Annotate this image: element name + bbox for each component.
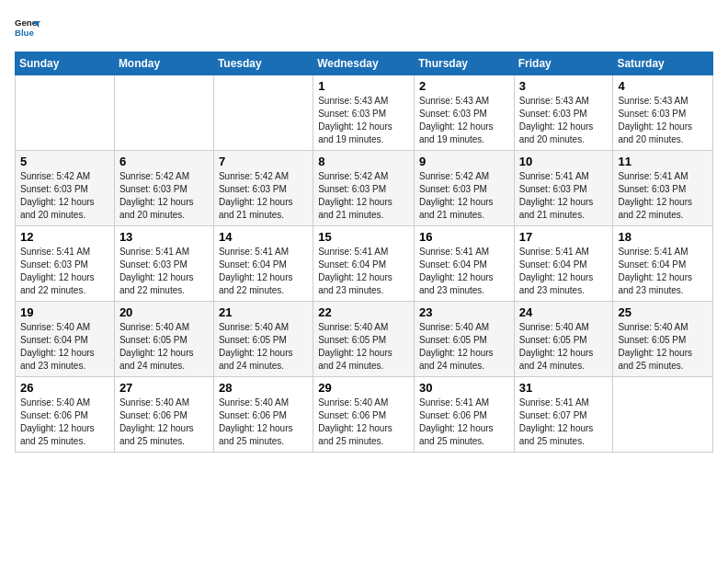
calendar-cell: 11Sunrise: 5:41 AM Sunset: 6:03 PM Dayli… <box>613 151 713 226</box>
calendar-cell: 26Sunrise: 5:40 AM Sunset: 6:06 PM Dayli… <box>16 377 115 453</box>
day-info: Sunrise: 5:40 AM Sunset: 6:05 PM Dayligh… <box>519 321 609 373</box>
calendar-cell: 16Sunrise: 5:41 AM Sunset: 6:04 PM Dayli… <box>414 226 514 302</box>
day-info: Sunrise: 5:42 AM Sunset: 6:03 PM Dayligh… <box>119 170 209 222</box>
weekday-header: Friday <box>514 52 613 75</box>
day-number: 24 <box>519 305 609 319</box>
logo-icon: General Blue <box>15 15 40 40</box>
day-number: 5 <box>20 155 109 168</box>
page-header: General Blue <box>15 15 713 40</box>
day-number: 26 <box>20 381 109 395</box>
calendar-cell: 10Sunrise: 5:41 AM Sunset: 6:03 PM Dayli… <box>514 151 613 226</box>
day-number: 2 <box>419 79 509 93</box>
calendar-cell <box>213 75 313 151</box>
day-info: Sunrise: 5:40 AM Sunset: 6:05 PM Dayligh… <box>618 321 708 373</box>
day-number: 21 <box>219 305 308 319</box>
calendar-cell: 15Sunrise: 5:41 AM Sunset: 6:04 PM Dayli… <box>313 226 415 302</box>
calendar-cell: 28Sunrise: 5:40 AM Sunset: 6:06 PM Dayli… <box>213 377 313 453</box>
day-number: 29 <box>318 381 409 395</box>
weekday-header: Wednesday <box>313 52 415 75</box>
day-info: Sunrise: 5:41 AM Sunset: 6:04 PM Dayligh… <box>519 246 609 297</box>
weekday-header: Sunday <box>16 52 115 75</box>
calendar-cell: 23Sunrise: 5:40 AM Sunset: 6:05 PM Dayli… <box>414 302 514 377</box>
day-number: 12 <box>20 230 109 244</box>
day-number: 19 <box>20 305 109 319</box>
calendar-cell: 14Sunrise: 5:41 AM Sunset: 6:04 PM Dayli… <box>213 226 313 302</box>
day-info: Sunrise: 5:41 AM Sunset: 6:03 PM Dayligh… <box>119 246 209 297</box>
calendar-cell: 1Sunrise: 5:43 AM Sunset: 6:03 PM Daylig… <box>313 75 415 151</box>
weekday-header: Tuesday <box>213 52 313 75</box>
day-info: Sunrise: 5:40 AM Sunset: 6:05 PM Dayligh… <box>318 321 409 373</box>
day-info: Sunrise: 5:40 AM Sunset: 6:05 PM Dayligh… <box>219 321 308 373</box>
day-info: Sunrise: 5:40 AM Sunset: 6:05 PM Dayligh… <box>119 321 209 373</box>
day-info: Sunrise: 5:41 AM Sunset: 6:07 PM Dayligh… <box>519 396 609 448</box>
calendar-cell: 22Sunrise: 5:40 AM Sunset: 6:05 PM Dayli… <box>313 302 415 377</box>
calendar-cell: 13Sunrise: 5:41 AM Sunset: 6:03 PM Dayli… <box>114 226 213 302</box>
calendar-cell: 27Sunrise: 5:40 AM Sunset: 6:06 PM Dayli… <box>114 377 213 453</box>
day-number: 17 <box>519 230 609 244</box>
calendar-cell: 18Sunrise: 5:41 AM Sunset: 6:04 PM Dayli… <box>613 226 713 302</box>
day-info: Sunrise: 5:41 AM Sunset: 6:03 PM Dayligh… <box>618 170 708 222</box>
day-info: Sunrise: 5:43 AM Sunset: 6:03 PM Dayligh… <box>419 95 509 146</box>
day-number: 3 <box>519 79 609 93</box>
day-number: 4 <box>618 79 708 93</box>
day-number: 15 <box>318 230 409 244</box>
day-info: Sunrise: 5:40 AM Sunset: 6:06 PM Dayligh… <box>318 396 409 448</box>
day-info: Sunrise: 5:42 AM Sunset: 6:03 PM Dayligh… <box>219 170 308 222</box>
calendar-cell: 2Sunrise: 5:43 AM Sunset: 6:03 PM Daylig… <box>414 75 514 151</box>
calendar-cell: 25Sunrise: 5:40 AM Sunset: 6:05 PM Dayli… <box>613 302 713 377</box>
day-info: Sunrise: 5:40 AM Sunset: 6:06 PM Dayligh… <box>20 396 109 448</box>
calendar-cell: 20Sunrise: 5:40 AM Sunset: 6:05 PM Dayli… <box>114 302 213 377</box>
day-number: 16 <box>419 230 509 244</box>
day-info: Sunrise: 5:40 AM Sunset: 6:06 PM Dayligh… <box>119 396 209 448</box>
day-number: 30 <box>419 381 509 395</box>
calendar-cell: 8Sunrise: 5:42 AM Sunset: 6:03 PM Daylig… <box>313 151 415 226</box>
calendar-cell: 3Sunrise: 5:43 AM Sunset: 6:03 PM Daylig… <box>514 75 613 151</box>
day-number: 31 <box>519 381 609 395</box>
calendar-table: SundayMondayTuesdayWednesdayThursdayFrid… <box>15 52 713 453</box>
calendar-cell: 9Sunrise: 5:42 AM Sunset: 6:03 PM Daylig… <box>414 151 514 226</box>
logo: General Blue <box>15 15 44 40</box>
calendar-cell: 7Sunrise: 5:42 AM Sunset: 6:03 PM Daylig… <box>213 151 313 226</box>
day-info: Sunrise: 5:41 AM Sunset: 6:04 PM Dayligh… <box>219 246 308 297</box>
calendar-cell <box>114 75 213 151</box>
calendar-cell: 30Sunrise: 5:41 AM Sunset: 6:06 PM Dayli… <box>414 377 514 453</box>
day-info: Sunrise: 5:41 AM Sunset: 6:04 PM Dayligh… <box>618 246 708 297</box>
day-number: 14 <box>219 230 308 244</box>
day-info: Sunrise: 5:43 AM Sunset: 6:03 PM Dayligh… <box>618 95 708 146</box>
calendar-cell: 5Sunrise: 5:42 AM Sunset: 6:03 PM Daylig… <box>16 151 115 226</box>
day-info: Sunrise: 5:42 AM Sunset: 6:03 PM Dayligh… <box>20 170 109 222</box>
calendar-cell: 17Sunrise: 5:41 AM Sunset: 6:04 PM Dayli… <box>514 226 613 302</box>
calendar-cell: 12Sunrise: 5:41 AM Sunset: 6:03 PM Dayli… <box>16 226 115 302</box>
calendar-header-row: SundayMondayTuesdayWednesdayThursdayFrid… <box>16 52 713 75</box>
day-info: Sunrise: 5:42 AM Sunset: 6:03 PM Dayligh… <box>318 170 409 222</box>
calendar-cell <box>613 377 713 453</box>
day-info: Sunrise: 5:40 AM Sunset: 6:06 PM Dayligh… <box>219 396 308 448</box>
weekday-header: Saturday <box>613 52 713 75</box>
day-number: 18 <box>618 230 708 244</box>
day-number: 27 <box>119 381 209 395</box>
day-number: 6 <box>119 155 209 168</box>
day-number: 7 <box>219 155 308 168</box>
day-number: 20 <box>119 305 209 319</box>
day-number: 11 <box>618 155 708 168</box>
calendar-cell: 6Sunrise: 5:42 AM Sunset: 6:03 PM Daylig… <box>114 151 213 226</box>
calendar-week-row: 19Sunrise: 5:40 AM Sunset: 6:04 PM Dayli… <box>16 302 713 377</box>
calendar-week-row: 12Sunrise: 5:41 AM Sunset: 6:03 PM Dayli… <box>16 226 713 302</box>
day-info: Sunrise: 5:40 AM Sunset: 6:05 PM Dayligh… <box>419 321 509 373</box>
weekday-header: Thursday <box>414 52 514 75</box>
day-info: Sunrise: 5:42 AM Sunset: 6:03 PM Dayligh… <box>419 170 509 222</box>
day-info: Sunrise: 5:43 AM Sunset: 6:03 PM Dayligh… <box>519 95 609 146</box>
weekday-header: Monday <box>114 52 213 75</box>
calendar-cell <box>16 75 115 151</box>
day-info: Sunrise: 5:40 AM Sunset: 6:04 PM Dayligh… <box>20 321 109 373</box>
day-info: Sunrise: 5:41 AM Sunset: 6:04 PM Dayligh… <box>419 246 509 297</box>
calendar-cell: 4Sunrise: 5:43 AM Sunset: 6:03 PM Daylig… <box>613 75 713 151</box>
calendar-cell: 29Sunrise: 5:40 AM Sunset: 6:06 PM Dayli… <box>313 377 415 453</box>
day-info: Sunrise: 5:41 AM Sunset: 6:03 PM Dayligh… <box>519 170 609 222</box>
day-info: Sunrise: 5:41 AM Sunset: 6:04 PM Dayligh… <box>318 246 409 297</box>
day-info: Sunrise: 5:43 AM Sunset: 6:03 PM Dayligh… <box>318 95 409 146</box>
calendar-cell: 19Sunrise: 5:40 AM Sunset: 6:04 PM Dayli… <box>16 302 115 377</box>
day-number: 1 <box>318 79 409 93</box>
calendar-week-row: 1Sunrise: 5:43 AM Sunset: 6:03 PM Daylig… <box>16 75 713 151</box>
calendar-cell: 21Sunrise: 5:40 AM Sunset: 6:05 PM Dayli… <box>213 302 313 377</box>
